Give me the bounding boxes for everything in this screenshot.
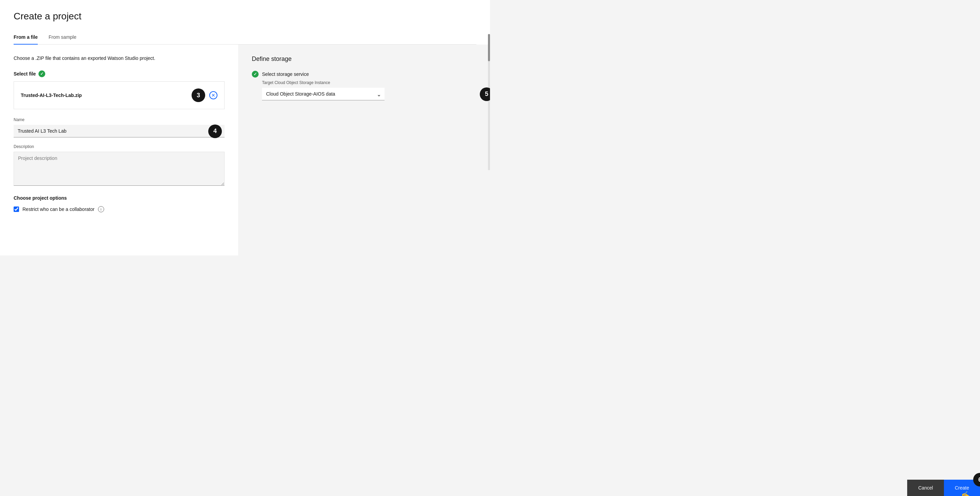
file-upload-box[interactable]: Trusted-AI-L3-Tech-Lab.zip 3 ✕ xyxy=(14,81,224,109)
description-label: Description xyxy=(14,144,224,149)
step-badge-4: 4 xyxy=(208,124,222,138)
scrollbar-thumb xyxy=(488,34,490,61)
storage-check-icon xyxy=(252,71,259,78)
left-panel: Choose a .ZIP file that contains an expo… xyxy=(0,45,238,256)
scrollbar[interactable] xyxy=(488,34,490,170)
tab-from-sample[interactable]: From sample xyxy=(49,30,76,45)
description-textarea[interactable] xyxy=(14,152,224,186)
tabs-container: From a file From sample xyxy=(14,30,476,45)
restrict-collaborator-label: Restrict who can be a collaborator xyxy=(22,207,95,212)
file-name: Trusted-AI-L3-Tech-Lab.zip xyxy=(21,92,82,98)
page-container: Create a project From a file From sample… xyxy=(0,0,490,256)
tab-from-file[interactable]: From a file xyxy=(14,30,38,45)
restrict-collaborator-checkbox[interactable] xyxy=(14,207,19,212)
content-area: Choose a .ZIP file that contains an expo… xyxy=(0,45,490,256)
name-input-wrapper: 4 xyxy=(14,125,224,137)
select-file-section: Select file xyxy=(14,70,224,77)
info-icon[interactable]: i xyxy=(98,206,104,212)
file-close-button[interactable]: ✕ xyxy=(209,91,218,99)
options-title: Choose project options xyxy=(14,195,224,201)
file-actions: 3 ✕ xyxy=(192,89,218,102)
name-label: Name xyxy=(14,118,224,122)
define-storage-title: Define storage xyxy=(252,56,476,63)
storage-dropdown-wrapper: 5 Cloud Object Storage-AIOS data ⌄ xyxy=(262,88,476,100)
checkbox-row: Restrict who can be a collaborator i xyxy=(14,206,224,212)
options-section: Choose project options Restrict who can … xyxy=(14,195,224,212)
storage-service-label: Select storage service xyxy=(262,72,309,77)
storage-service-row: Select storage service xyxy=(252,71,476,78)
description-form-group: Description xyxy=(14,144,224,187)
page-title: Create a project xyxy=(14,11,476,22)
storage-dropdown[interactable]: Cloud Object Storage-AIOS data xyxy=(262,88,385,100)
select-file-check-icon xyxy=(38,70,45,77)
main-content: Create a project From a file From sample xyxy=(0,0,490,45)
name-input[interactable] xyxy=(14,125,224,137)
storage-sublabel: Target Cloud Object Storage Instance xyxy=(262,80,476,85)
right-panel: Define storage Select storage service Ta… xyxy=(238,45,490,256)
name-form-group: Name 4 xyxy=(14,118,224,137)
step-badge-3: 3 xyxy=(192,89,205,102)
description-text: Choose a .ZIP file that contains an expo… xyxy=(14,56,224,61)
select-file-label: Select file xyxy=(14,71,36,76)
step-badge-5: 5 xyxy=(480,87,490,101)
